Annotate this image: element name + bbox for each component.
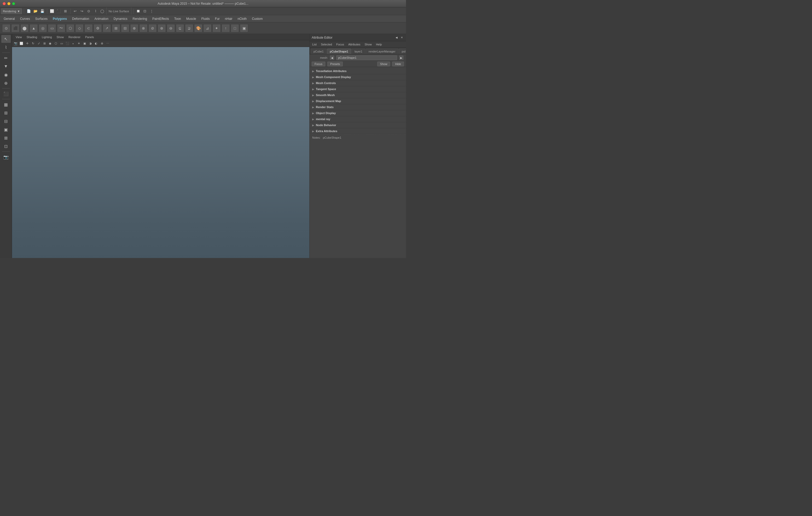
attr-scroll-left[interactable]: ◀ [330,56,334,60]
attr-section-mental-ray[interactable]: ▶ mental ray [310,116,406,122]
menu-dynamics[interactable]: Dynamics [111,16,130,22]
attr-tab-pol[interactable]: pol [399,49,406,54]
shelf-cube[interactable]: ⬛ [11,24,20,32]
vp-light-icon[interactable]: ☀ [76,41,82,46]
undo-icon[interactable]: ↩ [72,8,78,14]
soft-select-tool[interactable]: ◉ [1,71,11,79]
shelf-cone[interactable]: ▲ [30,24,38,32]
snap-curve-icon[interactable]: ⌇ [93,8,98,14]
show-manip-tool[interactable]: ⊕ [1,79,11,87]
attr-menu-show[interactable]: Show [364,42,373,47]
menu-nhair[interactable]: nHair [222,16,235,22]
menu-polygons[interactable]: Polygons [50,16,69,22]
vp-shade-icon[interactable]: ⬛ [65,41,70,46]
vp-menu-show[interactable]: Show [55,35,66,39]
vp-menu-lighting[interactable]: Lighting [40,35,54,39]
shelf-sphere[interactable]: ⊙ [2,24,10,32]
attr-hide-button[interactable]: Hide [392,62,404,66]
attr-section-mesh-component[interactable]: ▶ Mesh Component Display [310,74,406,80]
shelf-torus[interactable]: ◎ [39,24,47,32]
menu-curves[interactable]: Curves [18,16,33,22]
attr-tab-renderlayermanager[interactable]: renderLayerManager [366,49,399,54]
grid-tool-6[interactable]: ⊡ [1,142,11,150]
paint-tool[interactable]: ✏ [1,54,11,62]
attr-section-smooth[interactable]: ▶ Smooth Mesh [310,92,406,98]
attr-tab-pcube1[interactable]: pCube1 [311,49,326,54]
vp-iso-icon[interactable]: ⬡ [53,41,59,46]
vp-menu-view[interactable]: View [13,35,24,39]
menu-toon[interactable]: Toon [172,16,184,22]
render-icon[interactable]: 🔲 [135,8,141,14]
lasso-icon[interactable]: ⬛ [56,8,62,14]
vp-menu-renderer[interactable]: Renderer [66,35,83,39]
shelf-merge[interactable]: ⊗ [139,24,148,32]
shelf-bridge[interactable]: ⊟ [121,24,129,32]
select-tool[interactable]: ↖ [1,35,11,43]
close-button[interactable] [3,2,6,5]
attr-menu-attributes[interactable]: Attributes [347,42,361,47]
attr-section-mesh-controls[interactable]: ▶ Mesh Controls [310,80,406,86]
shelf-smooth[interactable]: ⊊ [176,24,184,32]
attr-tab-layer1[interactable]: layer1 [352,49,365,54]
vp-shadow-icon[interactable]: ◑ [88,41,93,46]
shelf-paint[interactable]: 🎨 [194,24,202,32]
shelf-extrude[interactable]: ⊞ [112,24,120,32]
vp-scale-icon[interactable]: ⤢ [36,41,41,46]
attr-mesh-input[interactable] [336,55,397,60]
camera-icon[interactable]: 📷 [1,153,11,161]
shelf-pipe[interactable]: ⊂ [84,24,93,32]
vp-ao-icon[interactable]: ◐ [93,41,99,46]
vp-menu-shading[interactable]: Shading [25,35,39,39]
vp-tex-icon[interactable]: ▣ [82,41,87,46]
vp-select-icon[interactable]: ⬜ [19,41,24,46]
attr-tab-pcubeshape1[interactable]: pCubeShape1 [327,49,351,54]
open-file-icon[interactable]: 📂 [33,8,38,14]
attr-section-render-stats[interactable]: ▶ Render Stats [310,104,406,110]
snap-surface-icon[interactable]: ◯ [99,8,105,14]
shelf-normals[interactable]: ↑ [222,24,230,32]
vp-rotate-icon[interactable]: ↻ [30,41,35,46]
shelf-split[interactable]: ⊘ [148,24,157,32]
attr-section-node-behavior[interactable]: ▶ Node Behavior [310,122,406,128]
cube-tool[interactable]: ⬛ [1,90,11,98]
attr-section-object-display[interactable]: ▶ Object Display [310,110,406,116]
vp-aa-icon[interactable]: ⊛ [99,41,105,46]
attr-section-tessellation[interactable]: ▶ Tessellation Attributes [310,68,406,74]
menu-general[interactable]: General [1,16,18,22]
snap-grid-icon[interactable]: ⊞ [63,8,68,14]
menu-painteffects[interactable]: PaintEffects [150,16,172,22]
shelf-sculpt[interactable]: ⊋ [185,24,193,32]
shelf-soccer[interactable]: ⬡ [66,24,75,32]
vp-move-icon[interactable]: ✛ [25,41,30,46]
shelf-helix[interactable]: 〜 [57,24,65,32]
shelf-uv1[interactable]: □ [231,24,239,32]
shelf-reduce[interactable]: ⊿ [203,24,212,32]
menu-deformation[interactable]: Deformation [69,16,92,22]
attr-focus-button[interactable]: Focus [312,62,325,66]
new-file-icon[interactable]: 📄 [26,8,32,14]
vp-wire-icon[interactable]: ▭ [59,41,64,46]
maximize-button[interactable] [12,2,15,5]
select-icon[interactable]: ⬜ [49,8,55,14]
sculpt-tool[interactable]: ▼ [1,62,11,70]
shelf-platonic[interactable]: ◇ [75,24,84,32]
viewport-canvas[interactable]: X Y Z persp (layer1) [12,47,309,258]
grid-tool-5[interactable]: ⊠ [1,134,11,142]
display-icon[interactable]: ⋮ [149,8,155,14]
shelf-append[interactable]: ⊕ [130,24,139,32]
attr-menu-help[interactable]: Help [375,42,383,47]
vp-cam-icon[interactable]: 📷 [13,41,18,46]
attr-presets-button[interactable]: Presets [327,62,343,66]
menu-rendering[interactable]: Rendering [130,16,150,22]
shelf-gear[interactable]: ⚙ [93,24,102,32]
menu-fur[interactable]: Fur [212,16,222,22]
menu-muscle[interactable]: Muscle [184,16,199,22]
menu-ncloth[interactable]: nCloth [235,16,249,22]
snap-point-icon[interactable]: ⊙ [86,8,92,14]
shelf-cylinder[interactable]: ⬤ [20,24,29,32]
lasso-tool[interactable]: ⌇ [1,43,11,51]
attr-section-displacement[interactable]: ▶ Displacement Map [310,98,406,104]
attr-menu-list[interactable]: List [311,42,318,47]
attr-menu-selected[interactable]: Selected [320,42,333,47]
vp-shade2-icon[interactable]: ▪ [70,41,76,46]
